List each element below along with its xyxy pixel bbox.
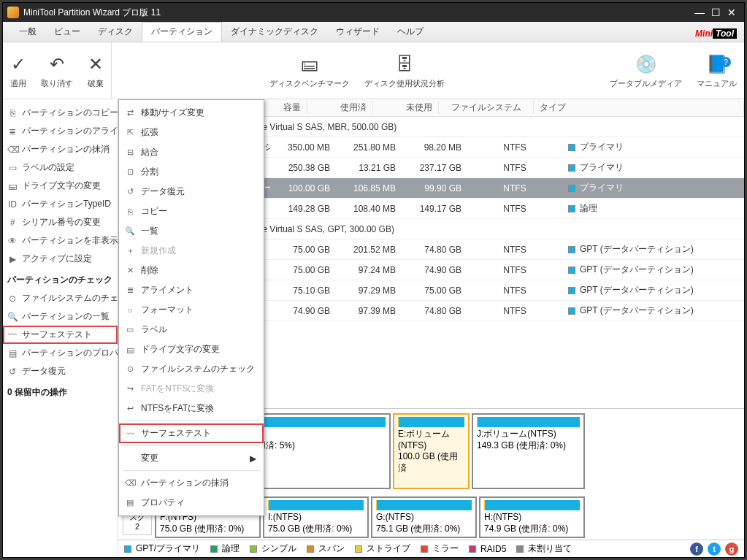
- menu-item[interactable]: 🖴ドライブ文字の変更: [119, 340, 264, 359]
- disk-map-partition[interactable]: J:ボリューム(NTFS)149.3 GB (使用済: 0%): [472, 413, 585, 489]
- menu-separator: [123, 421, 259, 421]
- menu-item-icon: ⊡: [125, 167, 135, 177]
- type-color-icon: [568, 266, 575, 274]
- menu-dynamic[interactable]: ダイナミックディスク: [222, 23, 327, 41]
- part-sub: 75.1 GB (使用済: 0%): [376, 523, 472, 535]
- minimize-button[interactable]: ―: [692, 5, 708, 20]
- menu-item[interactable]: ▭ラベル: [119, 320, 264, 340]
- menu-item[interactable]: ⇱拡張: [119, 123, 264, 142]
- menu-item[interactable]: ✕削除: [119, 261, 264, 280]
- menu-item: ＋新規作成: [119, 241, 264, 261]
- type-color-icon: [568, 246, 575, 253]
- menu-view[interactable]: ビュー: [45, 23, 89, 41]
- gplus-icon[interactable]: g: [725, 542, 738, 556]
- submenu-arrow-icon: ▶: [250, 453, 256, 464]
- brand-logo: MiniTool: [695, 23, 737, 40]
- menu-item-icon: ○: [125, 306, 135, 315]
- menu-wizard[interactable]: ウィザード: [327, 23, 388, 41]
- disk-map-partition[interactable]: E:ボリューム(NTFS)100.0 GB (使用済: [393, 413, 470, 489]
- menu-help[interactable]: ヘルプ: [388, 23, 432, 41]
- part-sub: 75.0 GB (使用済: 0%): [268, 523, 364, 535]
- sidebar-item[interactable]: IDパーティションTypeID: [3, 195, 118, 213]
- menubar: 一般 ビュー ディスク パーティション ダイナミックディスク ウィザード ヘルプ…: [3, 22, 744, 42]
- sidebar-item[interactable]: ⊙ファイルシステムのチェック: [3, 289, 118, 307]
- disk-map-partition[interactable]: G:(NTFS)75.1 GB (使用済: 0%): [371, 496, 477, 538]
- menu-item[interactable]: ⊡分割: [119, 162, 264, 182]
- sidebar-item[interactable]: ⎘パーティションのコピー: [3, 104, 118, 122]
- sidebar-item[interactable]: 🖴ドライブ文字の変更: [3, 177, 118, 195]
- menu-item-icon: ⎘: [125, 207, 135, 216]
- legend-color-icon: [210, 545, 218, 553]
- menu-disk[interactable]: ディスク: [89, 23, 142, 41]
- sidebar-item[interactable]: 🔍パーティションの一覧: [3, 307, 118, 326]
- col-type[interactable]: タイプ: [534, 101, 744, 114]
- twitter-icon[interactable]: t: [708, 542, 721, 556]
- sidebar-item[interactable]: 👁パーティションを非表示: [3, 231, 118, 250]
- discard-button[interactable]: ✕破棄: [80, 42, 112, 99]
- sidebar-icon: ⊙: [7, 294, 18, 304]
- sidebar-item[interactable]: ⌫パーティションの抹消: [3, 140, 118, 158]
- menu-item[interactable]: ○フォーマット: [119, 300, 264, 320]
- disk-map-partition[interactable]: I:(NTFS)75.0 GB (使用済: 0%): [263, 496, 369, 538]
- menu-partition[interactable]: パーティション: [142, 22, 222, 42]
- menu-separator: [123, 445, 259, 446]
- sidebar-icon: ⌫: [7, 145, 18, 155]
- menu-item[interactable]: ⇄移動/サイズ変更: [119, 103, 264, 123]
- disk-map-partition[interactable]: H:(NTFS)74.9 GB (使用済: 0%): [479, 496, 585, 538]
- col-unused[interactable]: 未使用: [373, 101, 439, 114]
- menu-item[interactable]: 変更▶: [119, 448, 264, 468]
- sidebar-item[interactable]: #シリアル番号の変更: [3, 213, 118, 231]
- sidebar-icon: ▶: [7, 254, 18, 264]
- sidebar-icon: 🔍: [7, 312, 18, 322]
- toolbar: ✓適用 ↶取り消す ✕破棄 🖴ディスクベンチマーク 🗄ディスク使用状況分析 💿ブ…: [3, 42, 744, 99]
- legend-color-icon: [307, 545, 314, 553]
- benchmark-button[interactable]: 🖴ディスクベンチマーク: [262, 42, 357, 99]
- menu-item[interactable]: 〰サーフェステスト: [119, 423, 264, 443]
- help-badge-icon: ?: [721, 57, 731, 67]
- sidebar-icon: #: [7, 218, 18, 228]
- menu-item[interactable]: ▤プロパティ: [119, 493, 264, 513]
- sidebar-icon: ID: [7, 199, 18, 210]
- col-used[interactable]: 使用済: [307, 101, 373, 114]
- legend: GPT/プライマリ論理シンプルスパンストライプミラーRAID5未割り当て f t…: [118, 540, 744, 557]
- window-title: MiniTool Partition Wizard プロ版 11: [23, 7, 692, 19]
- apply-button[interactable]: ✓適用: [3, 42, 34, 99]
- menu-item-icon: ⇄: [125, 108, 135, 118]
- sidebar-item[interactable]: ▶アクティブに設定: [3, 250, 118, 268]
- check-icon: ✓: [11, 52, 26, 77]
- sidebar-item[interactable]: ▭ラベルの設定: [3, 158, 118, 177]
- col-filesystem[interactable]: ファイルシステム: [439, 101, 534, 114]
- menu-item[interactable]: ≣アライメント: [119, 280, 264, 300]
- menu-item[interactable]: ⌫パーティションの抹消: [119, 473, 264, 493]
- social-links: f t g: [690, 542, 738, 556]
- sidebar-item[interactable]: 〰サーフェステスト: [3, 326, 118, 344]
- menu-item[interactable]: ↩NTFSをFATに変換: [119, 399, 264, 418]
- sidebar: ⎘パーティションのコピー≣パーティションのアライメント⌫パーティションの抹消▭ラ…: [3, 99, 118, 557]
- facebook-icon[interactable]: f: [690, 542, 703, 556]
- menu-item-icon: ▤: [125, 498, 135, 507]
- menu-item[interactable]: ⎘コピー: [119, 202, 264, 221]
- maximize-button[interactable]: ☐: [708, 5, 724, 20]
- sidebar-item[interactable]: ▤パーティションのプロパティ: [3, 344, 118, 362]
- bootmedia-button[interactable]: 💿ブータブルメディア: [602, 42, 689, 99]
- manual-button[interactable]: 📘?マニュアル: [689, 42, 744, 99]
- sidebar-icon: ↺: [7, 367, 18, 377]
- sidebar-item[interactable]: ↺データ復元: [3, 362, 118, 380]
- sidebar-item[interactable]: ≣パーティションのアライメント: [3, 122, 118, 140]
- menu-general[interactable]: 一般: [10, 23, 45, 41]
- menu-item-icon: 〰: [125, 429, 135, 438]
- menu-item[interactable]: 🔍一覧: [119, 221, 264, 241]
- menu-item-icon: 🖴: [125, 345, 135, 354]
- type-color-icon: [568, 307, 575, 315]
- menu-item-icon: 🔍: [125, 226, 135, 236]
- close-button[interactable]: ✕: [724, 5, 740, 20]
- sidebar-icon: ≣: [7, 126, 18, 137]
- usage-button[interactable]: 🗄ディスク使用状況分析: [357, 42, 452, 99]
- sidebar-icon: ▭: [7, 163, 18, 173]
- partition-menu-dropdown: ⇄移動/サイズ変更⇱拡張⊟結合⊡分割↺データ復元⎘コピー🔍一覧＋新規作成✕削除≣…: [118, 99, 264, 516]
- menu-item[interactable]: ↺データ復元: [119, 182, 264, 202]
- menu-item[interactable]: ⊟結合: [119, 142, 264, 162]
- undo-button[interactable]: ↶取り消す: [34, 42, 80, 99]
- menu-item[interactable]: ⊙ファイルシステムのチェック: [119, 359, 264, 379]
- titlebar: MiniTool Partition Wizard プロ版 11 ― ☐ ✕: [3, 3, 744, 22]
